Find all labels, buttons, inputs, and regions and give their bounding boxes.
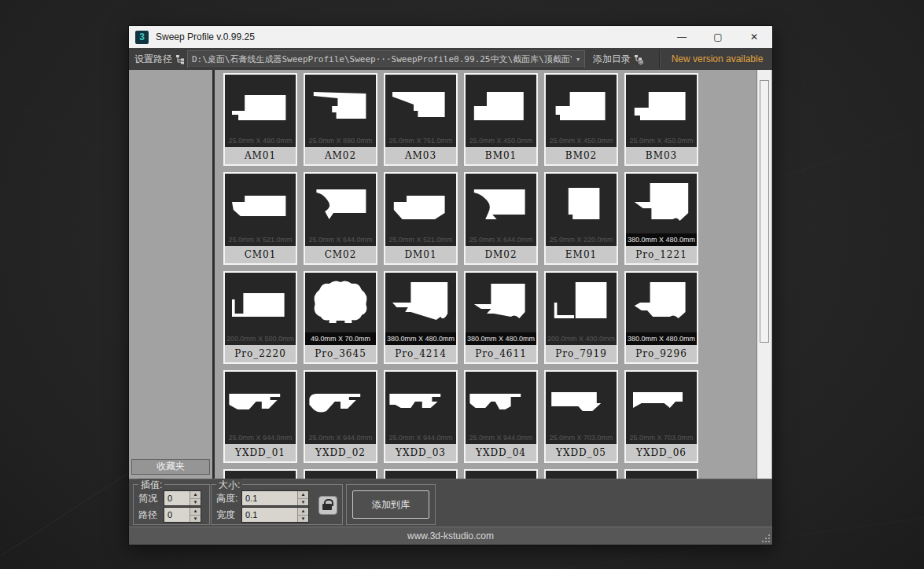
spin-down-icon[interactable]: ▼ (298, 499, 308, 506)
profile-card[interactable]: 380.0mm X 480.0mmPro_9296 (624, 271, 698, 364)
profile-dimensions: 200.0mm X 500.0mm (225, 332, 296, 345)
profile-dimensions: 380.0mm X 480.0mm (466, 332, 536, 345)
profile-card-partial[interactable] (223, 469, 297, 479)
profile-thumbnail: 25.0mm X 703.0mm (546, 372, 617, 444)
favorites-button[interactable]: 收藏夹 (131, 459, 210, 475)
bottom-panel: 插值: 简况 ▲ ▼ 路径 (129, 479, 772, 528)
profile-thumbnail (466, 471, 536, 479)
profile-name: DM01 (385, 246, 456, 263)
height-label: 高度: (216, 492, 241, 505)
profile-name: AM03 (385, 147, 456, 164)
folder-sidebar[interactable]: 收藏夹 (129, 70, 212, 479)
profile-card[interactable]: 25.0mm X 944.0mmYXDD_01 (223, 370, 297, 463)
lock-aspect-button[interactable] (318, 496, 337, 515)
profile-card[interactable]: 25.0mm X 450.0mmBM01 (464, 73, 538, 166)
profile-card[interactable]: 25.0mm X 490.0mmAM01 (223, 73, 297, 166)
add-folder-icon (634, 54, 644, 64)
profile-name: EM01 (546, 246, 617, 263)
spin-up-icon[interactable]: ▲ (190, 491, 201, 499)
vertical-scrollbar[interactable] (757, 70, 771, 479)
profile-name: YXDD_06 (626, 444, 697, 461)
profile-card[interactable]: 25.0mm X 761.0mmAM03 (384, 73, 458, 166)
width-spinner[interactable]: ▲ ▼ (241, 507, 309, 523)
profile-thumbnail: 380.0mm X 480.0mm (385, 273, 456, 345)
profile-card[interactable]: 25.0mm X 944.0mmYXDD_03 (384, 370, 458, 463)
profile-thumbnail: 25.0mm X 761.0mm (385, 75, 456, 147)
profile-thumbnail: 25.0mm X 944.0mm (385, 372, 456, 444)
profile-name: YXDD_04 (466, 444, 536, 461)
spin-down-icon[interactable]: ▼ (298, 516, 308, 523)
profile-card[interactable]: 25.0mm X 703.0mmYXDD_05 (544, 370, 618, 463)
titlebar[interactable]: 3 Sweep Profile v.0.99.25 — ▢ ✕ (129, 26, 772, 48)
path-interp-spinner[interactable]: ▲ ▼ (164, 507, 201, 523)
spin-up-icon[interactable]: ▲ (298, 508, 308, 516)
profile-dimensions: 25.0mm X 703.0mm (546, 431, 617, 444)
minimize-button[interactable]: — (664, 26, 700, 48)
profile-card[interactable]: 25.0mm X 703.0mmYXDD_06 (624, 370, 698, 463)
profile-dimensions: 25.0mm X 944.0mm (385, 431, 456, 444)
profile-card-partial[interactable] (544, 469, 618, 479)
size-group: 大小: 高度: ▲ ▼ 宽度 (211, 484, 343, 525)
profile-dimensions: 25.0mm X 450.0mm (466, 134, 536, 147)
path-dropdown[interactable]: D:\桌面\石膏线生成器SweepProfile\Sweep···SweepPr… (187, 50, 585, 68)
profile-dimensions: 25.0mm X 490.0mm (225, 134, 296, 147)
profile-card[interactable]: 25.0mm X 521.0mmDM01 (384, 172, 458, 265)
spin-down-icon[interactable]: ▼ (190, 499, 201, 506)
chevron-down-icon[interactable]: ▼ (572, 57, 584, 63)
profile-card-partial[interactable] (464, 469, 538, 479)
profile-name: Pro_4214 (385, 345, 456, 362)
profile-card[interactable]: 25.0mm X 890.0mmAM02 (304, 73, 377, 166)
profile-card[interactable]: 25.0mm X 450.0mmBM03 (624, 73, 698, 166)
height-input[interactable] (242, 491, 297, 505)
spin-up-icon[interactable]: ▲ (298, 491, 308, 499)
profile-card-partial[interactable] (304, 469, 377, 479)
profile-card[interactable]: 200.0mm X 400.0mmPro_7919 (544, 271, 618, 364)
status-bar: www.3d-kstudio.com (129, 527, 772, 545)
profile-card[interactable]: 25.0mm X 944.0mmYXDD_02 (304, 370, 377, 463)
height-spinner[interactable]: ▲ ▼ (241, 490, 309, 506)
profile-card[interactable]: 25.0mm X 450.0mmBM02 (544, 73, 618, 166)
profile-card[interactable]: 200.0mm X 500.0mmPro_2220 (223, 271, 297, 364)
profile-card[interactable]: 25.0mm X 220.0mmEM01 (544, 172, 618, 265)
profile-dimensions: 380.0mm X 480.0mm (626, 233, 697, 246)
maximize-button[interactable]: ▢ (700, 26, 736, 48)
profile-card-partial[interactable] (384, 469, 458, 479)
close-button[interactable]: ✕ (736, 26, 772, 48)
path-interp-input[interactable] (164, 508, 190, 522)
spin-up-icon[interactable]: ▲ (190, 508, 201, 516)
profile-name: YXDD_03 (385, 444, 456, 461)
set-path-button[interactable]: 设置路径 (131, 48, 190, 70)
viewport-background: 3 Sweep Profile v.0.99.25 — ▢ ✕ 设置路径 D:\… (0, 0, 924, 569)
profile-card[interactable]: 380.0mm X 480.0mmPro_1221 (624, 172, 698, 265)
interpolation-group: 插值: 简况 ▲ ▼ 路径 (133, 484, 210, 525)
profile-name: AM02 (305, 147, 376, 164)
profile-dimensions: 25.0mm X 703.0mm (626, 431, 697, 444)
add-directory-button[interactable]: 添加目录 (589, 48, 648, 70)
spin-down-icon[interactable]: ▼ (190, 516, 201, 523)
width-input[interactable] (242, 508, 297, 522)
profile-dimensions: 25.0mm X 890.0mm (305, 134, 376, 147)
profile-card[interactable]: 380.0mm X 480.0mmPro_4611 (464, 271, 538, 364)
resize-grip-icon[interactable] (768, 541, 770, 542)
profile-card[interactable]: 380.0mm X 480.0mmPro_4214 (384, 271, 458, 364)
profile-name: BM03 (626, 147, 697, 164)
add-to-library-button[interactable]: 添加到库 (352, 490, 429, 519)
profile-card[interactable]: 25.0mm X 644.0mmCM02 (304, 172, 377, 265)
profile-card[interactable]: 25.0mm X 944.0mmYXDD_04 (464, 370, 538, 463)
profile-card-partial[interactable] (624, 469, 698, 479)
new-version-link[interactable]: New version available (664, 48, 771, 70)
profile-card[interactable]: 49.0mm X 70.0mmPro_3645 (304, 271, 377, 364)
website-link[interactable]: www.3d-kstudio.com (407, 530, 494, 541)
profile-thumbnail: 25.0mm X 521.0mm (225, 174, 296, 246)
profile-thumbnail: 25.0mm X 450.0mm (466, 75, 536, 147)
profile-card[interactable]: 25.0mm X 644.0mmDM02 (464, 172, 538, 265)
profile-dimensions: 49.0mm X 70.0mm (305, 332, 376, 345)
profile-dimensions: 25.0mm X 944.0mm (305, 431, 376, 444)
profile-card[interactable]: 25.0mm X 521.0mmCM01 (223, 172, 297, 265)
scrollbar-thumb[interactable] (760, 80, 769, 343)
profile-interp-input[interactable] (164, 491, 190, 505)
size-group-label: 大小: (216, 479, 242, 492)
profile-interp-spinner[interactable]: ▲ ▼ (164, 490, 201, 506)
profile-thumbnail (546, 471, 617, 479)
profile-dimensions: 25.0mm X 521.0mm (385, 233, 456, 246)
